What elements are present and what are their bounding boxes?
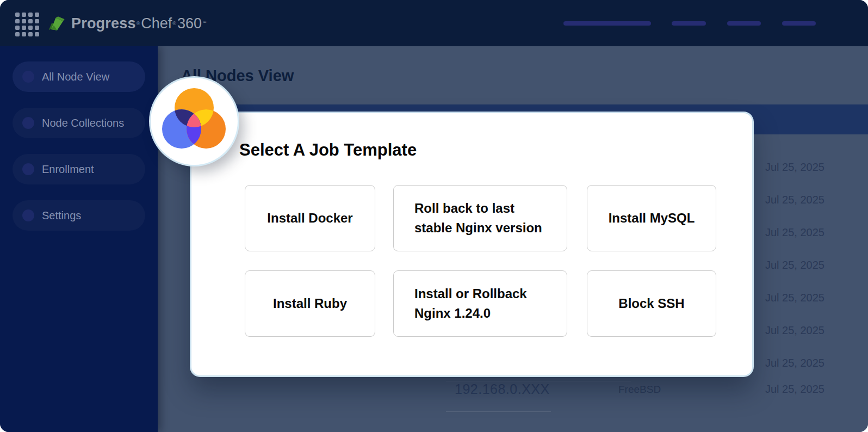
nav-link-placeholder[interactable] [782, 21, 816, 26]
template-button-block-ssh[interactable]: Block SSH [587, 270, 716, 337]
top-nav [0, 21, 868, 26]
table-cell-date: Jul 25, 2025 [765, 292, 824, 304]
sidebar-item-label: Settings [42, 209, 81, 222]
nav-bullet-icon [22, 163, 34, 175]
table-cell-date: Jul 25, 2025 [765, 161, 824, 174]
table-cell-date: Jul 25, 2025 [765, 324, 824, 337]
sidebar-item-all-node-view[interactable]: All Node View [13, 61, 145, 92]
row-divider [446, 411, 551, 412]
table-cell-date: Jul 25, 2025 [765, 226, 824, 239]
nav-link-placeholder[interactable] [727, 21, 761, 26]
sidebar-item-settings[interactable]: Settings [13, 200, 145, 231]
app-window: All Nodes View Jul 25, 2025 Jul 25, 2025… [0, 0, 868, 432]
table-cell-date: Jul 25, 2025 [765, 383, 824, 396]
sidebar-item-enrollment[interactable]: Enrollment [13, 154, 145, 184]
sidebar: All Node View Node Collections Enrollmen… [0, 46, 158, 432]
table-cell-date: Jul 25, 2025 [765, 357, 824, 369]
venn-diagram-icon [151, 78, 238, 165]
nav-link-placeholder[interactable] [563, 21, 651, 26]
table-cell-date: Jul 25, 2025 [765, 259, 824, 271]
venn-badge [151, 78, 238, 165]
sidebar-item-label: Enrollment [42, 163, 94, 176]
template-button-install-ruby[interactable]: Install Ruby [245, 270, 375, 337]
nav-bullet-icon [22, 117, 34, 129]
top-bar: Progress® Chef® 360℠ [0, 0, 868, 46]
template-button-install-or-rollback-nginx[interactable]: Install or Rollback Nginx 1.24.0 [393, 270, 567, 337]
nav-link-placeholder[interactable] [672, 21, 706, 26]
job-template-modal: Select A Job Template Install Docker Rol… [191, 113, 752, 375]
sidebar-item-node-collections[interactable]: Node Collections [13, 108, 145, 138]
sidebar-item-label: All Node View [42, 71, 109, 83]
nav-bullet-icon [22, 209, 34, 221]
template-button-install-mysql[interactable]: Install MySQL [587, 185, 716, 251]
template-button-rollback-nginx[interactable]: Roll back to last stable Nginx version [393, 185, 567, 251]
table-cell-ip: 192.168.0.XXX [455, 381, 550, 397]
sidebar-item-label: Node Collections [42, 117, 124, 129]
template-button-install-docker[interactable]: Install Docker [245, 185, 375, 251]
modal-title: Select A Job Template [239, 140, 417, 160]
table-cell-os: FreeBSD [618, 384, 661, 396]
nav-bullet-icon [22, 71, 34, 83]
table-cell-date: Jul 25, 2025 [765, 194, 824, 206]
